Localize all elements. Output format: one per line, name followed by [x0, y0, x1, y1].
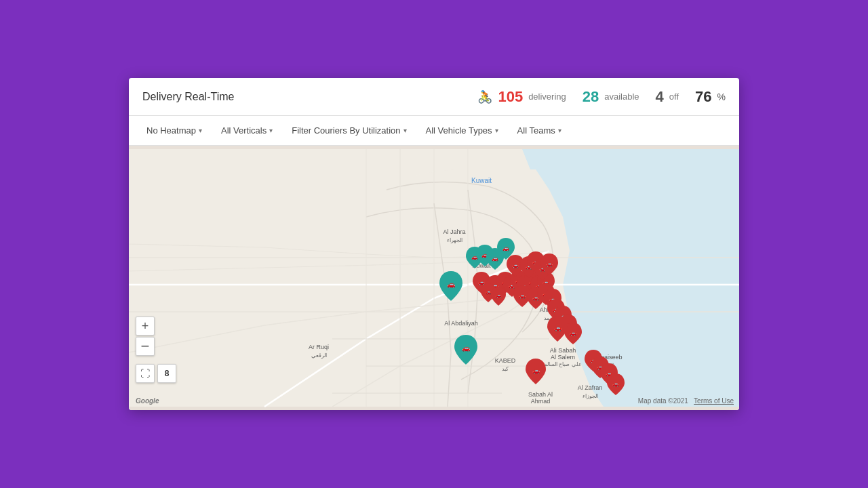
google-logo: Google [136, 397, 159, 405]
svg-text:كبد: كبد [502, 366, 509, 372]
courier-icon: 🚴 [477, 89, 492, 104]
map-svg: Ar Ruqi الرقعي Al Jahra الجهراء Kuwait K… [129, 146, 739, 410]
svg-text:علي صباح السالم: علي صباح السالم [544, 361, 581, 367]
svg-text:Al Salem: Al Salem [551, 354, 575, 361]
teams-filter[interactable]: All Teams ▾ [511, 123, 568, 138]
svg-text:Al Abdaliyah: Al Abdaliyah [444, 320, 478, 327]
couriers-utilization-filter[interactable]: Filter Couriers By Utilization ▾ [285, 123, 413, 138]
svg-text:Kuwait: Kuwait [471, 177, 492, 184]
svg-text:KABED: KABED [495, 357, 516, 364]
svg-text:Ahmad: Ahmad [531, 398, 551, 405]
off-count: 4 [656, 88, 664, 106]
chevron-down-icon: ▾ [269, 127, 273, 134]
available-count: 28 [583, 88, 599, 106]
svg-text:🚗: 🚗 [478, 279, 485, 285]
chevron-down-icon: ▾ [558, 127, 561, 134]
svg-text:🚗: 🚗 [546, 260, 553, 267]
svg-text:🚗: 🚗 [612, 380, 619, 387]
utilization-label: % [717, 92, 726, 102]
map-copyright: Map data ©2021 Terms of Use [638, 397, 734, 405]
svg-text:Ar Ruqi: Ar Ruqi [309, 344, 329, 350]
svg-text:🚗: 🚗 [496, 292, 502, 298]
svg-text:Ali Sabah: Ali Sabah [550, 347, 576, 354]
available-label: available [604, 92, 639, 102]
header: Delivery Real-Time 🚴 105 delivering 28 a… [129, 78, 739, 116]
vehicle-types-filter[interactable]: All Vehicle Types ▾ [419, 123, 505, 138]
zoom-out-button[interactable]: − [136, 337, 155, 356]
chevron-down-icon: ▾ [403, 127, 407, 134]
svg-text:🚗: 🚗 [554, 324, 562, 332]
chevron-down-icon: ▾ [199, 127, 202, 134]
traffic-button[interactable]: 8 [157, 364, 176, 383]
svg-text:🚗: 🚗 [570, 329, 576, 336]
page-title: Delivery Real-Time [142, 91, 234, 103]
svg-text:الجوزاء: الجوزاء [583, 393, 598, 399]
app-container: Delivery Real-Time 🚴 105 delivering 28 a… [129, 78, 739, 410]
svg-text:🚗: 🚗 [532, 367, 540, 375]
svg-text:Al Jahra: Al Jahra [443, 228, 465, 235]
toolbar: No Heatmap ▾ All Verticals ▾ Filter Cour… [129, 116, 739, 146]
svg-text:🚗: 🚗 [492, 255, 498, 262]
off-label: off [669, 92, 679, 102]
svg-text:الجهراء: الجهراء [447, 237, 462, 243]
utilization-count: 76 [695, 88, 711, 106]
map-bottom-controls: ⛶ 8 [136, 364, 176, 383]
map-zoom-controls: + − [136, 317, 155, 356]
svg-text:🚗: 🚗 [502, 245, 509, 251]
zoom-in-button[interactable]: + [136, 317, 155, 336]
svg-text:🚗: 🚗 [447, 280, 456, 289]
svg-text:🚗: 🚗 [519, 292, 526, 299]
svg-text:Sabah Al: Sabah Al [528, 391, 553, 398]
svg-text:🚗: 🚗 [462, 344, 471, 352]
stats-container: 🚴 105 delivering 28 available 4 off 76 % [477, 88, 726, 106]
map-area[interactable]: Ar Ruqi الرقعي Al Jahra الجهراء Kuwait K… [129, 146, 739, 410]
svg-text:Al Zafran: Al Zafran [578, 384, 603, 391]
heatmap-filter[interactable]: No Heatmap ▾ [140, 123, 209, 138]
chevron-down-icon: ▾ [495, 127, 498, 134]
fullscreen-button[interactable]: ⛶ [136, 364, 155, 383]
verticals-filter[interactable]: All Verticals ▾ [214, 123, 279, 138]
delivering-label: delivering [528, 92, 566, 102]
svg-text:الرقعي: الرقعي [311, 352, 327, 359]
delivering-count: 105 [498, 88, 523, 106]
svg-text:🚗: 🚗 [486, 289, 492, 295]
svg-text:🚗: 🚗 [512, 262, 519, 268]
